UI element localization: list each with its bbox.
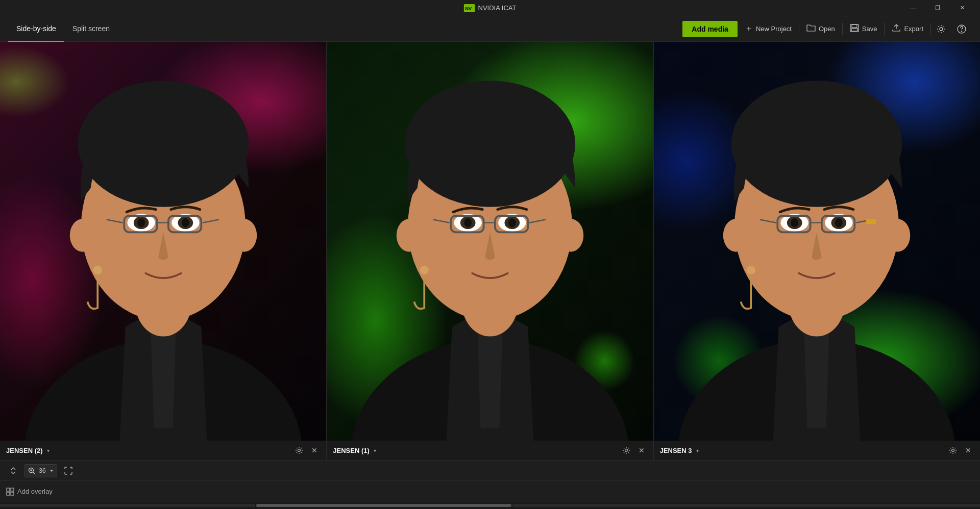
svg-point-45 — [625, 449, 627, 452]
svg-point-54 — [791, 218, 799, 227]
tab-split-screen-label: Split screen — [72, 24, 110, 33]
svg-point-24 — [231, 219, 257, 251]
svg-rect-72 — [7, 492, 10, 495]
image-panel-2: JENSEN (1) ▾ ✕ — [327, 42, 653, 460]
svg-point-25 — [93, 266, 102, 274]
svg-point-26 — [298, 449, 301, 452]
title-bar: NV NVIDIA ICAT — ❐ ✕ — [0, 0, 980, 16]
svg-point-7 — [962, 31, 962, 32]
panel-1-settings-button[interactable] — [293, 445, 305, 456]
panel-1-dropdown-icon[interactable]: ▾ — [47, 448, 50, 453]
svg-point-42 — [397, 219, 422, 251]
svg-point-17 — [182, 218, 189, 227]
panel-2-settings-button[interactable] — [621, 445, 632, 456]
maximize-button[interactable]: ❐ — [926, 0, 949, 16]
panel-3-dropdown-icon[interactable]: ▾ — [696, 448, 699, 453]
panel-1-close-button[interactable]: ✕ — [309, 445, 320, 456]
svg-rect-61 — [866, 219, 876, 224]
svg-rect-70 — [7, 488, 10, 491]
add-overlay-button[interactable]: Add overlay — [6, 488, 53, 496]
image-panel-1: JENSEN (2) ▾ ✕ — [0, 42, 327, 460]
panel-2-dropdown-icon[interactable]: ▾ — [374, 448, 376, 453]
bottom-toolbar: 36 — [0, 460, 980, 480]
scroll-track-3 — [512, 504, 980, 507]
new-project-icon: ＋ — [745, 23, 753, 34]
save-label: Save — [862, 25, 877, 33]
svg-rect-71 — [11, 488, 14, 491]
export-icon — [892, 24, 901, 34]
svg-point-5 — [940, 28, 943, 31]
svg-point-23 — [69, 219, 95, 251]
svg-point-43 — [558, 219, 584, 251]
add-media-button[interactable]: Add media — [682, 21, 738, 37]
save-icon — [850, 24, 859, 34]
tab-side-by-side[interactable]: Side-by-side — [8, 16, 64, 42]
tab-side-by-side-label: Side-by-side — [16, 24, 56, 33]
main-content: JENSEN (2) ▾ ✕ — [0, 42, 980, 509]
fullscreen-button[interactable] — [61, 464, 76, 478]
export-button[interactable]: Export — [885, 16, 930, 42]
zoom-value: 36 — [36, 467, 48, 474]
svg-point-65 — [951, 449, 954, 452]
panel-image-1[interactable] — [0, 42, 326, 441]
svg-rect-3 — [852, 24, 857, 28]
panel-image-3[interactable] — [654, 42, 980, 441]
panel-2-close-button[interactable]: ✕ — [636, 445, 647, 456]
panel-3-settings-button[interactable] — [947, 445, 959, 456]
svg-point-63 — [885, 219, 911, 251]
window-controls: — ❐ ✕ — [901, 0, 974, 16]
panel-3-label-bar: JENSEN 3 ▾ ✕ — [654, 441, 980, 460]
scroll-area[interactable] — [0, 502, 980, 509]
panel-1-label-bar: JENSEN (2) ▾ ✕ — [0, 441, 326, 460]
panel-2-label-bar: JENSEN (1) ▾ ✕ — [327, 441, 653, 460]
svg-point-35 — [464, 218, 472, 227]
tab-split-screen[interactable]: Split screen — [64, 16, 118, 42]
settings-icon-button[interactable] — [931, 16, 951, 42]
svg-text:NV: NV — [465, 6, 472, 11]
svg-point-44 — [420, 266, 429, 274]
open-icon — [806, 24, 816, 34]
collapse-button[interactable] — [6, 464, 20, 478]
svg-rect-4 — [851, 29, 857, 31]
add-overlay-label: Add overlay — [17, 488, 53, 495]
svg-rect-73 — [11, 492, 14, 495]
panel-1-name: JENSEN (2) — [6, 447, 43, 454]
open-button[interactable]: Open — [799, 16, 842, 42]
close-button[interactable]: ✕ — [950, 0, 974, 16]
minimize-button[interactable]: — — [901, 0, 925, 16]
image-panel-3: JENSEN 3 ▾ ✕ — [654, 42, 980, 460]
svg-point-62 — [723, 219, 749, 251]
svg-line-67 — [33, 472, 35, 474]
new-project-label: New Project — [756, 25, 792, 33]
overlay-bar: Add overlay — [0, 480, 980, 502]
image-panels: JENSEN (2) ▾ ✕ — [0, 42, 980, 460]
panel-3-close-button[interactable]: ✕ — [963, 445, 974, 456]
nav-bar: Side-by-side Split screen Add media ＋ Ne… — [0, 16, 980, 42]
panel-3-name: JENSEN 3 — [660, 447, 692, 454]
panel-2-name: JENSEN (1) — [333, 447, 370, 454]
help-icon-button[interactable] — [951, 16, 972, 42]
zoom-dropdown-icon — [50, 469, 54, 473]
nvidia-logo-icon: NV — [464, 4, 475, 12]
zoom-control[interactable]: 36 — [24, 464, 57, 477]
app-title: NVIDIA ICAT — [478, 4, 517, 12]
app-title-area: NV NVIDIA ICAT — [464, 4, 517, 12]
svg-point-16 — [137, 218, 145, 227]
save-button[interactable]: Save — [843, 16, 885, 42]
svg-point-64 — [747, 266, 755, 274]
scroll-thumb[interactable] — [256, 504, 511, 507]
svg-point-55 — [835, 218, 843, 227]
new-project-button[interactable]: ＋ New Project — [738, 16, 799, 42]
export-label: Export — [904, 25, 923, 33]
scroll-track-1 — [0, 504, 255, 507]
svg-point-36 — [508, 218, 516, 227]
open-label: Open — [819, 25, 835, 33]
panel-image-2[interactable] — [327, 42, 653, 441]
